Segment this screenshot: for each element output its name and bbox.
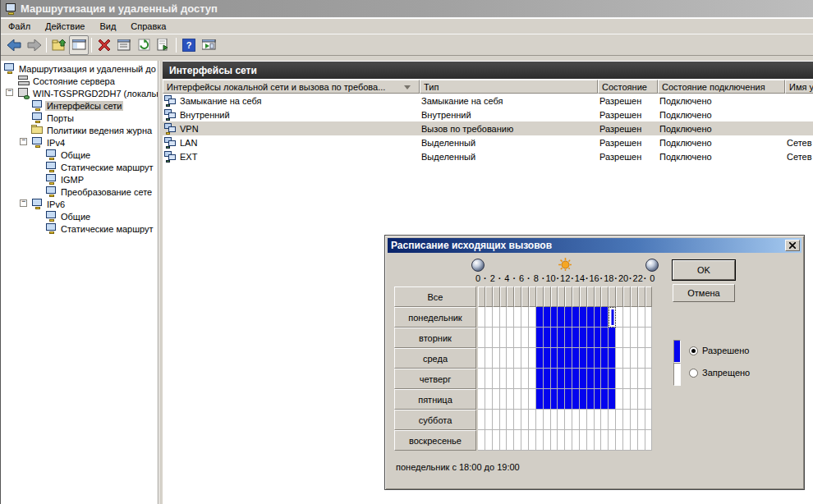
schedule-cell-wednesday-23[interactable] (645, 348, 652, 369)
schedule-cell-thursday-8[interactable] (536, 369, 544, 389)
schedule-cell-wednesday-21[interactable] (631, 348, 638, 369)
schedule-cell-thursday-18[interactable] (609, 369, 616, 389)
schedule-cell-thursday-14[interactable] (580, 369, 587, 389)
schedule-cell-thursday-13[interactable] (572, 369, 580, 389)
schedule-cell-wednesday-10[interactable] (551, 348, 558, 369)
schedule-cell-saturday-10[interactable] (551, 410, 558, 430)
row-lan[interactable]: LANВыделенныйРазрешенПодключеноСетев (163, 135, 813, 149)
schedule-cell-sunday-6[interactable] (521, 430, 529, 451)
dialog-titlebar[interactable]: Расписание исходящих вызовов (388, 238, 802, 253)
schedule-cell-monday-10[interactable] (551, 307, 558, 328)
hour-header-8[interactable] (536, 286, 544, 307)
schedule-cell-tuesday-8[interactable] (536, 328, 544, 348)
schedule-cell-saturday-22[interactable] (638, 410, 645, 430)
schedule-cell-friday-5[interactable] (514, 389, 521, 410)
schedule-cell-saturday-19[interactable] (616, 410, 623, 430)
hour-header-13[interactable] (572, 286, 580, 307)
hour-header-19[interactable] (616, 286, 623, 307)
col-connection-status[interactable]: Состояние подключения (658, 80, 785, 94)
schedule-cell-thursday-6[interactable] (521, 369, 529, 389)
hour-header-16[interactable] (595, 286, 601, 307)
day-button-tuesday[interactable]: вторник (394, 328, 476, 348)
schedule-cell-sunday-18[interactable] (609, 430, 616, 451)
schedule-cell-friday-3[interactable] (500, 389, 507, 410)
schedule-cell-thursday-22[interactable] (638, 369, 645, 389)
schedule-cell-friday-0[interactable] (478, 389, 485, 410)
schedule-cell-monday-22[interactable] (638, 307, 645, 328)
schedule-cell-monday-20[interactable] (623, 307, 631, 328)
row-loopback[interactable]: Замыкание на себяЗамыкание на себяРазреш… (163, 94, 813, 108)
schedule-cell-monday-0[interactable] (478, 307, 485, 328)
schedule-cell-monday-23[interactable] (645, 307, 652, 328)
col-device-name[interactable]: Имя у (785, 80, 813, 94)
schedule-cell-tuesday-3[interactable] (500, 328, 507, 348)
schedule-cell-sunday-14[interactable] (580, 430, 587, 451)
tree-item-network-interfaces[interactable]: Интерфейсы сети (1, 99, 158, 112)
new-window-button[interactable] (199, 35, 218, 55)
schedule-cell-friday-23[interactable] (645, 389, 652, 410)
day-button-monday[interactable]: понедельник (394, 307, 476, 328)
schedule-cell-saturday-17[interactable] (601, 410, 609, 430)
schedule-cell-monday-19[interactable] (616, 307, 623, 328)
schedule-cell-monday-1[interactable] (485, 307, 493, 328)
schedule-cell-thursday-3[interactable] (500, 369, 507, 389)
schedule-cell-thursday-10[interactable] (551, 369, 558, 389)
schedule-cell-wednesday-14[interactable] (580, 348, 587, 369)
menu-file[interactable]: Файл (1, 20, 38, 33)
schedule-cell-saturday-13[interactable] (572, 410, 580, 430)
properties-button[interactable] (114, 35, 134, 55)
schedule-cell-wednesday-8[interactable] (536, 348, 544, 369)
schedule-cell-tuesday-7[interactable] (529, 328, 536, 348)
schedule-cell-saturday-4[interactable] (507, 410, 514, 430)
schedule-cell-monday-15[interactable] (587, 307, 595, 328)
schedule-cell-thursday-9[interactable] (544, 369, 551, 389)
tree-item-ipv6-general[interactable]: Общие (1, 210, 158, 222)
schedule-cell-tuesday-20[interactable] (623, 328, 631, 348)
hour-header-6[interactable] (521, 286, 529, 307)
schedule-cell-thursday-1[interactable] (485, 369, 493, 389)
schedule-cell-sunday-10[interactable] (551, 430, 558, 451)
schedule-cell-wednesday-2[interactable] (493, 348, 500, 369)
tree-item-ports[interactable]: Порты (1, 112, 158, 124)
schedule-cell-tuesday-18[interactable] (609, 328, 616, 348)
schedule-cell-sunday-15[interactable] (587, 430, 595, 451)
hour-header-2[interactable] (493, 286, 500, 307)
schedule-cell-monday-11[interactable] (558, 307, 565, 328)
schedule-cell-saturday-9[interactable] (544, 410, 551, 430)
col-status[interactable]: Состояние (598, 80, 658, 94)
schedule-cell-saturday-20[interactable] (623, 410, 631, 430)
schedule-cell-saturday-12[interactable] (565, 410, 572, 430)
tree-item-server-status[interactable]: Состояние сервера (1, 75, 158, 87)
schedule-cell-tuesday-17[interactable] (601, 328, 609, 348)
menu-help[interactable]: Справка (123, 20, 173, 33)
schedule-cell-friday-1[interactable] (485, 389, 493, 410)
tree-item-ipv6-static-routes[interactable]: Статические маршрут (1, 222, 158, 235)
schedule-cell-friday-19[interactable] (616, 389, 623, 410)
hour-header-14[interactable] (580, 286, 587, 307)
schedule-cell-monday-8[interactable] (536, 307, 544, 328)
hour-header-1[interactable] (485, 286, 493, 307)
schedule-cell-sunday-11[interactable] (558, 430, 565, 451)
schedule-cell-saturday-15[interactable] (587, 410, 595, 430)
schedule-cell-wednesday-16[interactable] (595, 348, 601, 369)
schedule-cell-friday-16[interactable] (595, 389, 601, 410)
all-days-button[interactable]: Все (394, 286, 476, 307)
tree-item-nat[interactable]: Преобразование сете (1, 186, 158, 198)
hour-header-22[interactable] (638, 286, 645, 307)
expander-icon[interactable] (20, 138, 27, 145)
schedule-cell-thursday-4[interactable] (507, 369, 514, 389)
schedule-cell-monday-2[interactable] (493, 307, 500, 328)
schedule-cell-saturday-6[interactable] (521, 410, 529, 430)
row-ext[interactable]: EXTВыделенныйРазрешенПодключеноСетев (163, 149, 813, 163)
schedule-cell-tuesday-14[interactable] (580, 328, 587, 348)
schedule-cell-friday-21[interactable] (631, 389, 638, 410)
schedule-cell-friday-10[interactable] (551, 389, 558, 410)
hour-header-9[interactable] (544, 286, 551, 307)
schedule-cell-thursday-23[interactable] (645, 369, 652, 389)
schedule-cell-tuesday-1[interactable] (485, 328, 493, 348)
delete-button[interactable] (94, 35, 114, 55)
schedule-cell-monday-16[interactable] (595, 307, 601, 328)
schedule-cell-friday-4[interactable] (507, 389, 514, 410)
schedule-cell-monday-18[interactable] (609, 307, 616, 328)
schedule-cell-saturday-8[interactable] (536, 410, 544, 430)
